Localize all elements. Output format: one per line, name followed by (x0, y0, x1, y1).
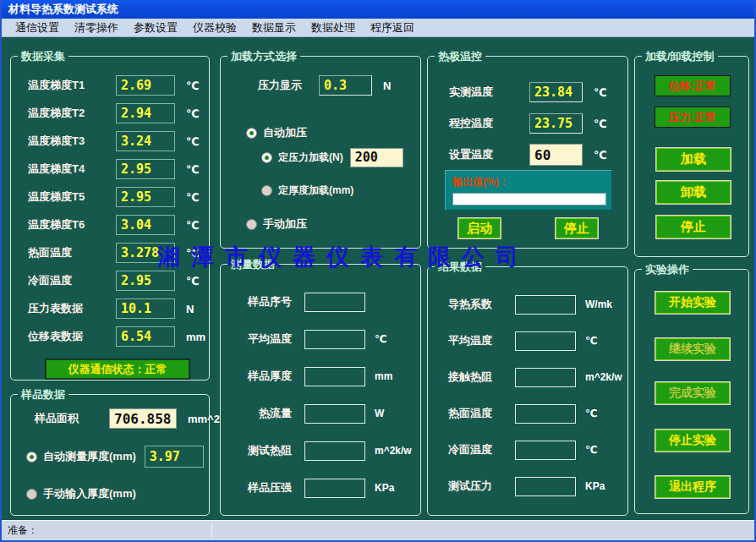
finish-experiment-button[interactable]: 完成实验 (655, 381, 731, 405)
t4-label: 温度梯度T4 (28, 162, 116, 177)
t6-label: 温度梯度T6 (28, 217, 116, 233)
heater-start-button[interactable]: 启动 (457, 217, 501, 239)
auto-pressurize-radio[interactable] (246, 128, 257, 139)
menu-item-parameter-settings[interactable]: 参数设置 (130, 19, 181, 36)
set-temp-label: 设置温度 (449, 147, 529, 162)
status-bar-separator (211, 523, 212, 538)
manual-thickness-label: 手动输入厚度(mm) (43, 486, 136, 501)
data-row: 压力表数据 10.1 N (11, 298, 209, 319)
const-pressure-row: 定压力加载(N) 200 (261, 146, 403, 168)
pressure-gauge-unit: N (186, 303, 194, 315)
pressure-status-indicator: 压力:正常 (655, 107, 731, 128)
panel-sample-data: 样品数据 样品面积 706.858 mm^2 自动测量厚度(mm) 3.97 手… (10, 394, 210, 516)
program-temp-row: 程控温度 23.75 ℃ (428, 113, 627, 134)
panel-title: 加载方式选择 (227, 49, 300, 64)
t6-unit: ℃ (186, 219, 200, 232)
auto-pressurize-row: 自动加压 (246, 124, 307, 141)
panel-title: 测量数据 (227, 257, 278, 272)
const-thickness-row: 定厚度加载(mm) (261, 182, 353, 199)
t3-value-field: 3.24 (116, 131, 175, 151)
set-temp-input[interactable]: 60 (529, 144, 583, 166)
result-avg-temp-label: 平均温度 (448, 333, 512, 348)
output-percent-label: 输出值(%)： (452, 175, 611, 189)
const-pressure-radio[interactable] (261, 152, 272, 163)
sample-area-unit: mm^2 (188, 413, 220, 425)
auto-thickness-value-field: 3.97 (145, 446, 204, 468)
avg-temp-unit: ℃ (375, 333, 387, 345)
start-experiment-button[interactable]: 开始实验 (655, 291, 731, 315)
test-pressure-field (515, 477, 576, 496)
cold-face-temp-field: 2.95 (116, 271, 175, 291)
measurement-row: 样品厚度 mm (221, 366, 420, 386)
menu-bar: 通信设置 清零操作 参数设置 仪器校验 数据显示 数据处理 程序返回 (2, 19, 754, 37)
pressure-display-row: 压力显示 0.3 N (221, 75, 391, 96)
menu-item-data-processing[interactable]: 数据处理 (308, 19, 359, 36)
result-cold-face-field (515, 441, 576, 460)
thermal-conductivity-label: 导热系数 (448, 297, 512, 312)
title-bar: 材料导热系数测试系统 (2, 0, 754, 19)
t2-value-field: 2.94 (116, 103, 175, 123)
data-row: 温度梯度T5 2.95 ℃ (11, 187, 209, 207)
heat-flow-unit: W (375, 408, 384, 419)
t5-value-field: 2.95 (116, 187, 175, 207)
measured-temp-row: 实测温度 23.84 ℃ (428, 82, 627, 102)
data-row: 温度梯度T2 2.94 ℃ (11, 103, 209, 123)
load-button[interactable]: 加载 (655, 147, 731, 172)
heater-stop-button[interactable]: 停止 (555, 217, 599, 239)
stop-load-button[interactable]: 停止 (655, 215, 731, 239)
set-temp-row: 设置温度 60 ℃ (428, 145, 627, 165)
const-thickness-radio[interactable] (261, 185, 272, 196)
app-window: 材料导热系数测试系统 通信设置 清零操作 参数设置 仪器校验 数据显示 数据处理… (0, 0, 756, 542)
main-area: 数据采集 温度梯度T1 2.69 ℃ 温度梯度T2 2.94 ℃ 温度梯度T3 … (2, 38, 754, 522)
pressure-gauge-field: 10.1 (116, 298, 175, 319)
menu-item-comm-settings[interactable]: 通信设置 (12, 19, 63, 36)
panel-experiment-operations: 实验操作 开始实验 继续实验 完成实验 停止实验 退出程序 (634, 269, 749, 514)
output-progress-bar (452, 193, 606, 205)
panel-title: 加载/卸载控制 (642, 49, 718, 64)
menu-item-data-display[interactable]: 数据显示 (249, 19, 299, 36)
panel-measurement-data: 测量数据 样品序号 平均温度 ℃ 样品厚度 mm 热 (220, 264, 421, 516)
auto-thickness-radio[interactable] (26, 452, 37, 463)
t5-label: 温度梯度T5 (28, 189, 116, 205)
stop-experiment-button[interactable]: 停止实验 (655, 429, 731, 452)
panel-data-acquisition: 数据采集 温度梯度T1 2.69 ℃ 温度梯度T2 2.94 ℃ 温度梯度T3 … (10, 56, 210, 380)
panel-title: 实验操作 (642, 262, 693, 277)
menu-item-instrument-calibration[interactable]: 仪器校验 (189, 19, 240, 36)
t5-unit: ℃ (186, 191, 200, 204)
cold-face-temp-unit: ℃ (186, 275, 200, 287)
exit-program-button[interactable]: 退出程序 (655, 475, 731, 499)
avg-temp-label: 平均温度 (241, 331, 292, 347)
status-bar: 准备： (2, 520, 754, 540)
result-cold-face-unit: ℃ (585, 444, 598, 456)
measured-temp-unit: ℃ (594, 86, 607, 99)
status-text: 准备： (8, 523, 38, 538)
measured-temp-field: 23.84 (529, 82, 583, 102)
sample-thickness-field (304, 367, 365, 386)
result-hot-face-label: 热面温度 (448, 406, 512, 421)
result-row: 测试压力 KPa (428, 476, 627, 496)
sample-area-input[interactable]: 706.858 (109, 408, 177, 429)
pressure-gauge-label: 压力表数据 (28, 301, 116, 316)
program-temp-unit: ℃ (594, 118, 607, 130)
manual-pressurize-row: 手动加压 (246, 216, 307, 233)
displacement-status-indicator: 位移:正常 (655, 75, 731, 96)
measurement-row: 平均温度 ℃ (221, 329, 420, 349)
data-row: 位移表数据 6.54 mm (11, 326, 209, 347)
result-row: 导热系数 W/mk (428, 294, 627, 315)
unload-button[interactable]: 卸载 (655, 180, 731, 205)
const-thickness-label: 定厚度加载(mm) (278, 183, 353, 198)
manual-thickness-radio[interactable] (26, 489, 37, 500)
menu-item-program-return[interactable]: 程序返回 (367, 19, 418, 36)
const-pressure-input[interactable]: 200 (350, 148, 403, 167)
panel-load-control: 加载/卸载控制 位移:正常 压力:正常 加载 卸载 停止 (634, 56, 749, 257)
measurement-row: 样品压强 KPa (221, 478, 420, 498)
thermal-conductivity-field (515, 295, 576, 315)
set-temp-unit: ℃ (594, 149, 607, 162)
result-cold-face-label: 冷面温度 (448, 442, 512, 457)
menu-item-zero-operation[interactable]: 清零操作 (71, 19, 122, 36)
data-row: 温度梯度T1 2.69 ℃ (11, 75, 209, 96)
continue-experiment-button[interactable]: 继续实验 (655, 337, 731, 361)
result-row: 接触热阻 m^2k/w (428, 367, 627, 387)
test-pressure-unit: KPa (585, 480, 605, 492)
manual-pressurize-radio[interactable] (246, 219, 257, 230)
